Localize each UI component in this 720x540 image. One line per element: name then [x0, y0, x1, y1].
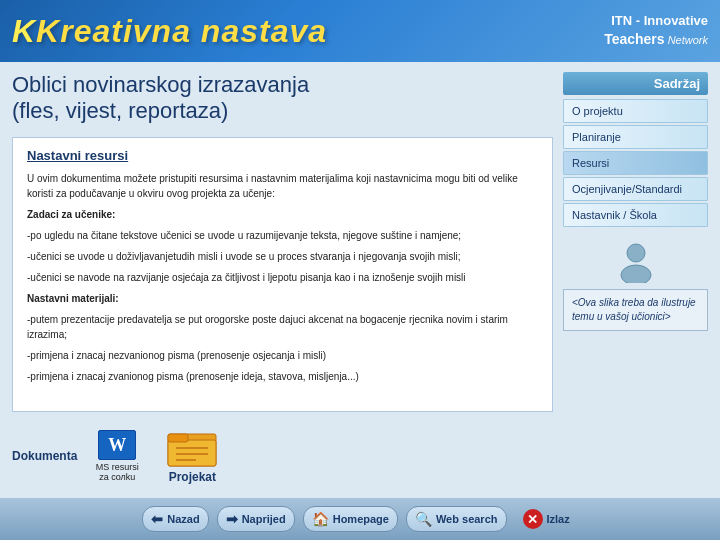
content-area: Oblici novinarskog izrazavanja (fles, vi… [12, 72, 553, 488]
main-area: Oblici novinarskog izrazavanja (fles, vi… [0, 62, 720, 498]
back-arrow-icon: ⬅ [151, 511, 163, 527]
sidebar-caption: <Ova slika treba da ilustruje temu u vaš… [563, 289, 708, 331]
itn-branding: ITN - Innovative Teachers Network [604, 12, 708, 50]
sidebar: Sadržaj O projektu Planiranje Resursi Oc… [563, 72, 708, 488]
mat3: -primjena i znacaj zvanionog pisma (pren… [27, 369, 538, 384]
sidebar-item-ocjenjivanje[interactable]: Ocjenjivanje/Standardi [563, 177, 708, 201]
documents-label: Dokumenta [12, 449, 77, 463]
exit-button[interactable]: ✕ Izlaz [515, 505, 578, 533]
bullet2: -učenici se uvode u doživljavanjetudih m… [27, 249, 538, 264]
back-button[interactable]: ⬅ Nazad [142, 506, 208, 532]
itn-label: ITN - Innovative [604, 12, 708, 30]
sidebar-item-nastavnik[interactable]: Nastavnik / Škola [563, 203, 708, 227]
nastavni-label: Nastavni materijali: [27, 291, 538, 306]
word-document[interactable]: W MS resursi za cолku [93, 430, 141, 482]
intro-text: U ovim dokumentima možete pristupiti res… [27, 171, 538, 201]
documents-area: Dokumenta W MS resursi za cолku [12, 420, 553, 488]
home-label: Homepage [333, 513, 389, 525]
bullet3: -učenici se navode na razvijanje osjećaj… [27, 270, 538, 285]
svg-rect-2 [168, 434, 188, 442]
project-document[interactable]: Projekat [157, 426, 227, 486]
search-icon: 🔍 [415, 511, 432, 527]
sidebar-item-o-projektu[interactable]: O projektu [563, 99, 708, 123]
exit-icon: ✕ [523, 509, 543, 529]
zadaci-label: Zadaci za učenike: [27, 207, 538, 222]
footer: ⬅ Nazad ➡ Naprijed 🏠 Homepage 🔍 Web sear… [0, 498, 720, 540]
mat1: -putem prezentacije predavatelja se put … [27, 312, 538, 342]
home-icon: 🏠 [312, 511, 329, 527]
logo-k: K [12, 13, 36, 49]
svg-point-7 [621, 265, 651, 283]
sidebar-item-resursi[interactable]: Resursi [563, 151, 708, 175]
sidebar-item-planiranje[interactable]: Planiranje [563, 125, 708, 149]
sidebar-image-area: <Ova slika treba da ilustruje temu u vaš… [563, 239, 708, 331]
logo: KKreativna nastava [12, 13, 327, 50]
home-button[interactable]: 🏠 Homepage [303, 506, 398, 532]
svg-point-6 [627, 244, 645, 262]
forward-button[interactable]: ➡ Naprijed [217, 506, 295, 532]
back-label: Nazad [167, 513, 199, 525]
mat2: -primjena i znacaj nezvanionog pisma (pr… [27, 348, 538, 363]
forward-label: Naprijed [242, 513, 286, 525]
exit-label: Izlaz [547, 513, 570, 525]
logo-text: Kreativna nastava [36, 13, 327, 49]
search-button[interactable]: 🔍 Web search [406, 506, 507, 532]
search-label: Web search [436, 513, 498, 525]
project-doc-name: Projekat [169, 470, 216, 484]
word-icon: W [98, 430, 136, 460]
person-icon [614, 239, 658, 283]
itn-teachers: Teachers [604, 31, 664, 47]
sidebar-menu: O projektu Planiranje Resursi Ocjenjivan… [563, 99, 708, 227]
bullet1: -po ugledu na čitane tekstove učenici se… [27, 228, 538, 243]
page-title: Oblici novinarskog izrazavanja (fles, vi… [12, 72, 553, 125]
sidebar-title[interactable]: Sadržaj [563, 72, 708, 95]
content-box: Nastavni resursi U ovim dokumentima može… [12, 137, 553, 412]
word-doc-name: MS resursi za cолku [93, 462, 141, 482]
svg-rect-1 [168, 440, 216, 466]
project-icon [166, 426, 218, 470]
forward-arrow-icon: ➡ [226, 511, 238, 527]
header: KKreativna nastava ITN - Innovative Teac… [0, 0, 720, 62]
section-title: Nastavni resursi [27, 148, 538, 163]
itn-network: Network [668, 34, 708, 46]
